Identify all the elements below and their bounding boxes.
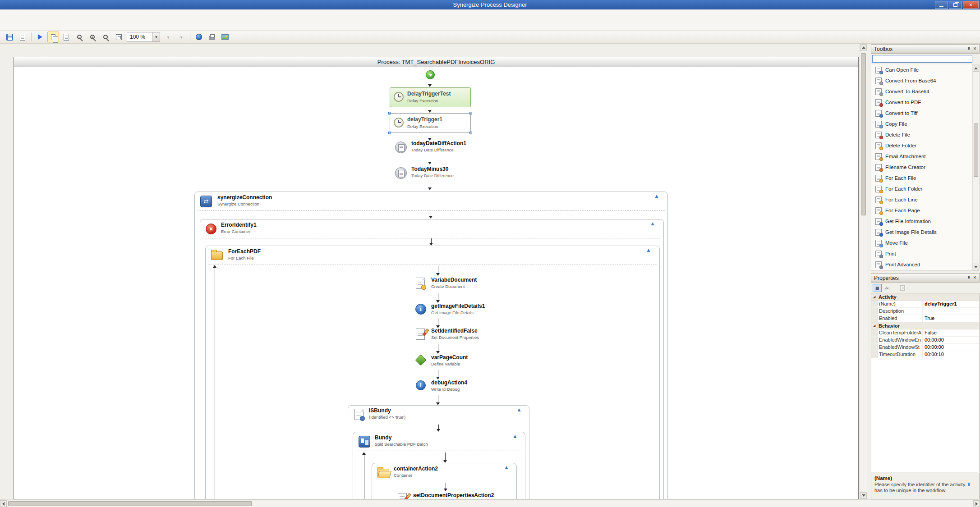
toolbox-item-delete-file[interactable]: Delete File: [871, 129, 979, 140]
container-ForEachPDF[interactable]: ForEachPDF For Each File ▲ VariabeDocume…: [205, 246, 660, 499]
container-Bundy[interactable]: Bundy Split Searchable PDF Batch ▲ con: [353, 432, 525, 499]
minimize-button[interactable]: [935, 1, 948, 9]
alphabetical-sort-button[interactable]: A↓: [883, 284, 892, 292]
close-button[interactable]: ×: [963, 1, 979, 9]
zoom-in-button[interactable]: [87, 32, 98, 42]
selection-handle[interactable]: [388, 132, 391, 134]
property-row-enabled[interactable]: EnabledTrue: [871, 315, 979, 322]
scroll-up-button[interactable]: [860, 44, 867, 51]
property-row-description[interactable]: Description: [871, 308, 979, 315]
horizontal-scrollbar[interactable]: [0, 499, 980, 507]
dropdown-button-2[interactable]: ▾: [175, 32, 187, 42]
toolbox-item-get-file-information[interactable]: Get File Information: [871, 216, 979, 227]
activity-TodayMinus30[interactable]: TodayMinus30: [411, 166, 448, 172]
document-outline-button[interactable]: [47, 32, 59, 42]
property-category-activity[interactable]: ◢Activity: [871, 293, 979, 301]
activity-setDocumentPropertiesAction2[interactable]: setDocumentPropertiesAction2: [413, 492, 494, 498]
write-to-debug-icon[interactable]: [416, 380, 426, 390]
selection-handle[interactable]: [388, 112, 391, 114]
start-node-icon[interactable]: [426, 70, 435, 79]
toolbox-item-for-each-line[interactable]: For Each Line: [871, 194, 979, 205]
create-document-icon[interactable]: [416, 278, 425, 289]
get-image-details-icon[interactable]: [415, 304, 426, 315]
activity-todayDateDiffAction1[interactable]: todayDateDiffAction1: [411, 140, 466, 146]
activity-getImageFileDetails1[interactable]: getImageFileDetails1: [431, 303, 485, 309]
property-value[interactable]: 00:00:00: [923, 337, 979, 343]
collapse-button[interactable]: ▲: [516, 407, 522, 413]
save-button[interactable]: [4, 32, 15, 42]
properties-header[interactable]: Properties ×: [871, 273, 980, 283]
scroll-left-button[interactable]: [0, 500, 7, 507]
toolbox-item-convert-to-tiff[interactable]: Convert to Tiff: [871, 108, 979, 119]
date-difference-icon[interactable]: [395, 167, 407, 179]
toolbox-item-copy-file[interactable]: Copy File: [871, 119, 979, 129]
container-synergizeConnection[interactable]: synergizeConnection Synergize Connection…: [194, 192, 668, 499]
activity-DelayTriggerTest[interactable]: DelayTriggerTest Delay Execution: [390, 87, 471, 107]
pin-icon[interactable]: [966, 46, 971, 51]
toolbox-item-for-each-folder[interactable]: For Each Folder: [871, 183, 979, 194]
container-containerAction2[interactable]: containerAction2 Container ▲ setDocument…: [372, 463, 517, 499]
fit-page-button[interactable]: [113, 32, 124, 42]
scroll-right-button[interactable]: [973, 500, 980, 507]
define-variable-icon[interactable]: [415, 354, 426, 365]
collapse-button[interactable]: ▲: [654, 193, 659, 199]
property-pages-button[interactable]: [898, 284, 907, 292]
property-value[interactable]: 00:00:10: [923, 351, 979, 358]
property-value[interactable]: True: [923, 315, 979, 322]
pin-icon[interactable]: [966, 275, 971, 280]
property-value[interactable]: False: [923, 329, 979, 336]
date-difference-icon[interactable]: [395, 142, 407, 153]
collapse-button[interactable]: ▲: [504, 464, 509, 470]
property-category-behavior[interactable]: ◢Behavior: [871, 322, 979, 329]
toolbox-item-can-open-file[interactable]: Can Open File: [871, 64, 979, 75]
scroll-down-button[interactable]: [860, 492, 867, 499]
toolbox-item-print-advanced[interactable]: Print Advanced: [871, 259, 979, 270]
zoom-out-button[interactable]: [74, 32, 85, 42]
property-row-timeoutduration[interactable]: TimeoutDuration00:00:10: [871, 351, 979, 358]
set-document-properties-icon[interactable]: [398, 493, 407, 499]
category-collapse-icon[interactable]: ◢: [871, 293, 878, 300]
toolbox-search-input[interactable]: [872, 55, 972, 63]
close-icon[interactable]: ×: [973, 275, 976, 280]
toolbox-item-filename-creator[interactable]: Filename Creator: [871, 162, 979, 173]
toolbox-item-for-each-page[interactable]: For Each Page: [871, 205, 979, 216]
container-ISBundy[interactable]: ISBundy (Identified <> 'true') ▲ Bundy S…: [348, 405, 529, 499]
restore-button[interactable]: [949, 1, 962, 9]
zoom-dropdown-arrow[interactable]: ▾: [152, 32, 160, 41]
export-button[interactable]: [17, 32, 28, 42]
toolbox-item-convert-to-pdf[interactable]: Convert to PDF: [871, 97, 979, 108]
dropdown-button-1[interactable]: ▾: [162, 32, 174, 42]
toolbox-item-convert-to-base64[interactable]: Convert To Base64: [871, 86, 979, 97]
close-icon[interactable]: ×: [973, 46, 976, 51]
collapse-button[interactable]: ▲: [512, 433, 518, 439]
property-row-name[interactable]: (Name)delayTrigger1: [871, 301, 979, 308]
scrollbar-thumb[interactable]: [861, 53, 866, 215]
toolbox-item-convert-from-base64[interactable]: Convert From Base64: [871, 75, 979, 86]
property-value[interactable]: 00:00:00: [923, 344, 979, 351]
property-row-enabledwindowst[interactable]: EnabledWindowSt00:00:00: [871, 344, 979, 351]
activity-varPageCount[interactable]: varPageCount: [431, 354, 468, 361]
activity-VariabeDocument[interactable]: VariabeDocument: [431, 277, 477, 283]
scroll-up-button[interactable]: [973, 65, 979, 72]
refresh-button[interactable]: [193, 32, 205, 42]
activity-SetIdentifiedFalse[interactable]: SetIdentifiedFalse: [431, 328, 478, 334]
toolbox-item-for-each-file[interactable]: For Each File: [871, 173, 979, 183]
collapse-button[interactable]: ▲: [646, 247, 651, 253]
toolbox-item-move-file[interactable]: Move File: [871, 238, 979, 248]
scrollbar-thumb[interactable]: [974, 123, 978, 177]
canvas-vertical-scrollbar[interactable]: [860, 44, 867, 499]
zoom-level-combobox[interactable]: 100 % ▾: [127, 32, 160, 42]
category-collapse-icon[interactable]: ◢: [871, 322, 878, 329]
design-canvas[interactable]: Process: TMT_SearchablePDFInvoicesORIG D…: [14, 57, 859, 499]
toolbox-scrollbar[interactable]: [972, 64, 980, 271]
container-ErrorIdentify1[interactable]: ErrorIdentify1 Error Container ▲ ForEach…: [200, 219, 664, 499]
zoom-button[interactable]: [100, 32, 111, 42]
print-button[interactable]: [206, 32, 218, 42]
toolbox-item-get-image-file-details[interactable]: Get Image File Details: [871, 227, 979, 238]
selection-handle[interactable]: [469, 112, 472, 114]
toolbox-item-print[interactable]: Print: [871, 248, 979, 259]
navigate-button[interactable]: [34, 32, 46, 42]
set-document-properties-icon[interactable]: [416, 329, 425, 340]
toolbox-item-email-attachment[interactable]: Email Attachment: [871, 151, 979, 162]
activity-debugAction4[interactable]: debugAction4: [431, 379, 467, 386]
